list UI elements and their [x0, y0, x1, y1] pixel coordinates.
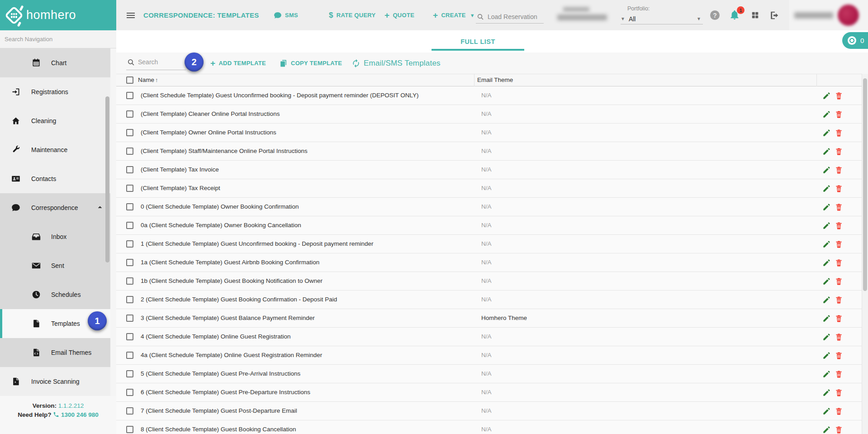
edit-button[interactable]: [822, 388, 831, 397]
edit-button[interactable]: [822, 129, 831, 137]
load-reservation-input[interactable]: Load Reservation: [476, 10, 544, 24]
row-checkbox[interactable]: [126, 333, 133, 340]
delete-button[interactable]: [835, 333, 843, 341]
edit-button[interactable]: [822, 277, 831, 286]
row-checkbox[interactable]: [126, 129, 133, 136]
edit-button[interactable]: [822, 296, 831, 304]
table-scrollbar-thumb[interactable]: [863, 78, 867, 291]
delete-button[interactable]: [835, 221, 843, 230]
table-row[interactable]: 2 (Client Schedule Template) Guest Booki…: [116, 291, 868, 309]
row-checkbox[interactable]: [126, 92, 133, 99]
table-row[interactable]: 3 (Client Schedule Template) Guest Balan…: [116, 309, 868, 328]
delete-button[interactable]: [835, 407, 843, 415]
sidebar-item-cleaning[interactable]: Cleaning: [0, 106, 110, 135]
delete-button[interactable]: [835, 166, 843, 174]
row-checkbox[interactable]: [126, 203, 133, 210]
edit-button[interactable]: [822, 425, 831, 434]
table-row[interactable]: 1a (Client Schedule Template) Guest Airb…: [116, 253, 868, 272]
sidebar-item-chart[interactable]: Chart: [0, 48, 110, 77]
sidebar-item-schedules[interactable]: Schedules: [0, 280, 110, 309]
delete-button[interactable]: [835, 129, 843, 137]
table-search-input[interactable]: Search: [138, 58, 158, 66]
sidebar-item-maintenance[interactable]: Maintenance: [0, 135, 110, 164]
row-checkbox[interactable]: [126, 148, 133, 155]
delete-button[interactable]: [835, 91, 843, 100]
create-button[interactable]: + CREATE ▼: [433, 0, 475, 30]
edit-button[interactable]: [822, 407, 831, 415]
table-row[interactable]: 1 (Client Schedule Template) Guest Uncon…: [116, 235, 868, 253]
row-checkbox[interactable]: [126, 370, 133, 377]
delete-button[interactable]: [835, 351, 843, 360]
edit-button[interactable]: [822, 110, 831, 119]
row-checkbox[interactable]: [126, 352, 133, 359]
quote-button[interactable]: + QUOTE: [384, 0, 414, 30]
apps-grid-button[interactable]: [751, 11, 759, 19]
edit-button[interactable]: [822, 333, 831, 341]
sidebar-item-invoice-scanning[interactable]: Invoice Scanning: [0, 367, 110, 396]
row-checkbox[interactable]: [126, 110, 133, 118]
delete-button[interactable]: [835, 277, 843, 286]
chevron-up-icon[interactable]: [97, 204, 103, 210]
row-checkbox[interactable]: [126, 407, 133, 415]
delete-button[interactable]: [835, 425, 843, 434]
table-scrollbar[interactable]: [862, 74, 868, 434]
row-checkbox[interactable]: [126, 240, 133, 248]
delete-button[interactable]: [835, 314, 843, 323]
column-header-email-theme[interactable]: Email Theme: [477, 76, 513, 83]
delete-button[interactable]: [835, 258, 843, 267]
logout-button[interactable]: [769, 10, 779, 20]
delete-button[interactable]: [835, 147, 843, 156]
edit-button[interactable]: [822, 314, 831, 323]
table-row[interactable]: 4 (Client Schedule Template) Online Gues…: [116, 328, 868, 346]
delete-button[interactable]: [835, 203, 843, 211]
delete-button[interactable]: [835, 388, 843, 397]
row-checkbox[interactable]: [126, 426, 133, 433]
edit-button[interactable]: [822, 258, 831, 267]
edit-button[interactable]: [822, 91, 831, 100]
row-checkbox[interactable]: [126, 277, 133, 285]
row-checkbox[interactable]: [126, 222, 133, 229]
table-row[interactable]: 5 (Client Schedule Template) Guest Pre-A…: [116, 365, 868, 383]
table-row[interactable]: (Client Schedule Template) Guest Unconfi…: [116, 86, 868, 105]
table-row[interactable]: 6 (Client Schedule Template) Guest Pre-D…: [116, 383, 868, 402]
edit-button[interactable]: [822, 240, 831, 248]
delete-button[interactable]: [835, 296, 843, 304]
sms-button[interactable]: SMS: [274, 0, 298, 30]
sidebar-item-registrations[interactable]: Registrations: [0, 77, 110, 106]
row-checkbox[interactable]: [126, 296, 133, 303]
delete-button[interactable]: [835, 240, 843, 248]
add-template-button[interactable]: + ADD TEMPLATE: [210, 52, 266, 74]
avatar[interactable]: [838, 5, 859, 26]
sidebar-item-contacts[interactable]: Contacts: [0, 164, 110, 193]
notifications-button[interactable]: 1: [729, 10, 741, 21]
edit-button[interactable]: [822, 147, 831, 156]
edit-button[interactable]: [822, 351, 831, 360]
sidebar-item-sent[interactable]: Sent: [0, 251, 110, 280]
portfolio-select[interactable]: ▼ All ▼: [621, 14, 703, 24]
row-checkbox[interactable]: [126, 259, 133, 266]
menu-toggle-button[interactable]: [125, 0, 137, 30]
edit-button[interactable]: [822, 184, 831, 193]
edit-button[interactable]: [822, 370, 831, 378]
sidebar-item-inbox[interactable]: Inbox: [0, 222, 110, 251]
sidebar-scrollbar-thumb[interactable]: [105, 96, 109, 262]
table-row[interactable]: 4a (Client Schedule Template) Online Gue…: [116, 346, 868, 365]
table-row[interactable]: (Client Template) Owner Online Portal In…: [116, 124, 868, 142]
delete-button[interactable]: [835, 184, 843, 193]
row-checkbox[interactable]: [126, 185, 133, 192]
selection-counter-pill[interactable]: 0: [842, 32, 868, 49]
delete-button[interactable]: [835, 370, 843, 378]
sidebar-search-input[interactable]: Search Navigation: [0, 30, 116, 48]
edit-button[interactable]: [822, 166, 831, 174]
table-row[interactable]: 0a (Client Schedule Template) Owner Book…: [116, 216, 868, 235]
table-row[interactable]: (Client Template) Staff/Maintenance Onli…: [116, 142, 868, 161]
column-header-name[interactable]: Name: [138, 76, 154, 83]
refresh-templates-button[interactable]: Email/SMS Templates: [351, 52, 441, 74]
help-phone-link[interactable]: 1300 246 980: [61, 411, 99, 418]
select-all-checkbox[interactable]: [126, 76, 133, 84]
edit-button[interactable]: [822, 221, 831, 230]
copy-template-button[interactable]: COPY TEMPLATE: [280, 52, 342, 74]
table-row[interactable]: 0 (Client Schedule Template) Owner Booki…: [116, 198, 868, 216]
edit-button[interactable]: [822, 203, 831, 211]
sort-ascending-icon[interactable]: ↑: [155, 76, 158, 83]
